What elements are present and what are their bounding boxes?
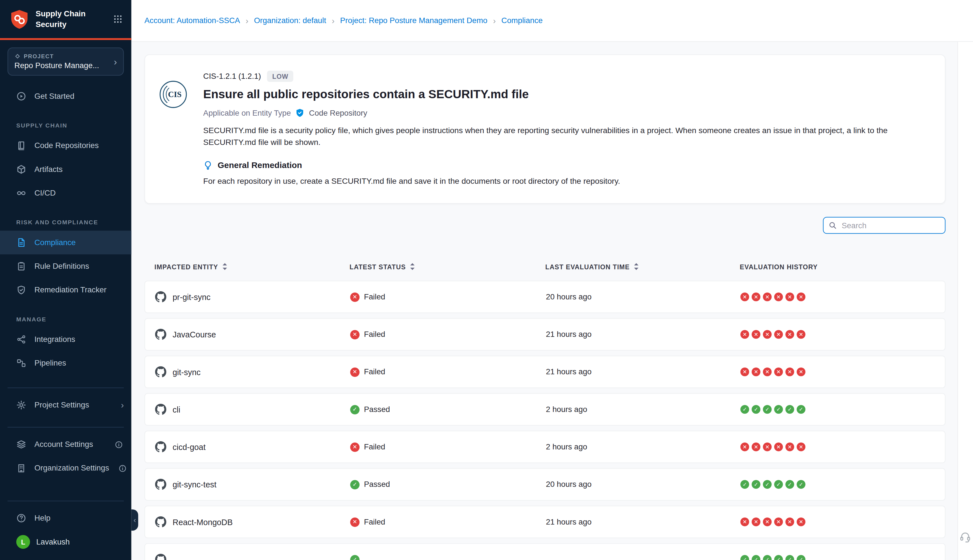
column-label: EVALUATION HISTORY: [740, 263, 818, 270]
integrations-icon: [16, 334, 27, 345]
ci-cd-icon: [16, 188, 27, 198]
remediation-tracker-icon: [16, 285, 27, 295]
evaluation-history: [741, 293, 945, 302]
status-fail-icon: [350, 330, 359, 339]
table-row[interactable]: git-sync-testPassed20 hours ago: [144, 468, 945, 501]
sidebar-item-label: Organization Settings: [34, 464, 109, 472]
sort-icon[interactable]: [410, 263, 415, 271]
project-icon: [14, 53, 20, 59]
sidebar-item-label: Account Settings: [34, 440, 93, 449]
sidebar-item-label: Help: [34, 514, 50, 523]
github-icon: [155, 441, 166, 453]
history-fail-icon: [786, 518, 794, 526]
table-row[interactable]: [144, 543, 945, 560]
table-row[interactable]: pr-git-syncFailed20 hours ago: [144, 280, 945, 313]
history-fail-icon: [763, 368, 772, 376]
github-icon: [155, 404, 166, 415]
github-icon: [155, 329, 166, 340]
sidebar-item-account-settings[interactable]: Account Settings: [0, 433, 131, 456]
evaluation-time: 2 hours ago: [546, 443, 741, 452]
history-pass-icon: [786, 405, 794, 414]
evaluation-history: [741, 555, 945, 560]
breadcrumb-separator: ›: [332, 16, 334, 25]
history-pass-icon: [774, 405, 783, 414]
entity-name: cli: [173, 405, 180, 414]
history-fail-icon: [741, 293, 749, 302]
history-fail-icon: [774, 443, 783, 452]
evaluation-time: 20 hours ago: [546, 293, 741, 302]
sidebar-item-label: Project Settings: [34, 401, 89, 410]
sidebar-item-label: CI/CD: [34, 189, 56, 198]
search-input[interactable]: [840, 220, 940, 230]
code-repositories-icon: [16, 141, 27, 151]
breadcrumb-separator: ›: [246, 16, 249, 25]
status-fail-icon: [350, 442, 359, 452]
breadcrumb-link[interactable]: Organization: default: [254, 16, 326, 25]
sidebar-item-project-settings[interactable]: Project Settings ›: [0, 393, 131, 417]
breadcrumb-link[interactable]: Project: Repo Posture Management Demo: [340, 16, 487, 25]
table-row[interactable]: cicd-goatFailed2 hours ago: [144, 431, 945, 463]
breadcrumb-separator: ›: [493, 16, 496, 25]
history-pass-icon: [797, 480, 806, 489]
breadcrumb-link[interactable]: Compliance: [501, 16, 543, 25]
history-pass-icon: [774, 555, 783, 560]
supply-chain-security-logo-icon: [9, 8, 30, 30]
app-switcher-icon[interactable]: [113, 14, 122, 23]
sidebar-item-artifacts[interactable]: Artifacts: [0, 158, 131, 181]
search-row: [144, 217, 945, 234]
sidebar-item-organization-settings[interactable]: Organization Settings: [0, 456, 131, 480]
entity-name: git-sync: [173, 367, 200, 377]
history-pass-icon: [741, 555, 749, 560]
table-row[interactable]: git-syncFailed21 hours ago: [144, 356, 945, 388]
evaluation-history: [741, 368, 945, 376]
history-fail-icon: [786, 293, 794, 302]
history-fail-icon: [774, 330, 783, 339]
column-header-impacted-entity[interactable]: IMPACTED ENTITY: [155, 263, 350, 271]
user-menu[interactable]: L Lavakush: [0, 530, 131, 553]
section-label-manage: MANAGE: [0, 316, 131, 322]
history-fail-icon: [763, 330, 772, 339]
history-fail-icon: [797, 368, 806, 376]
history-fail-icon: [774, 368, 783, 376]
history-fail-icon: [774, 518, 783, 526]
sidebar-item-rule-definitions[interactable]: Rule Definitions: [0, 254, 131, 278]
sidebar-item-code-repositories[interactable]: Code Repositories: [0, 134, 131, 157]
status-fail-icon: [350, 292, 359, 302]
history-fail-icon: [786, 368, 794, 376]
table-row[interactable]: React-MongoDBFailed21 hours ago: [144, 506, 945, 538]
evaluation-history: [741, 518, 945, 526]
sidebar-item-help[interactable]: Help: [0, 506, 131, 530]
breadcrumb-link[interactable]: Account: Automation-SSCA: [144, 16, 240, 25]
history-fail-icon: [741, 443, 749, 452]
sidebar-collapse-handle[interactable]: ‹: [131, 509, 138, 531]
sort-icon[interactable]: [222, 263, 227, 271]
sidebar-item-pipelines[interactable]: Pipelines: [0, 351, 131, 375]
headset-icon[interactable]: [959, 531, 971, 545]
entity-name: JavaCourse: [173, 330, 216, 339]
project-selector[interactable]: PROJECT Repo Posture Manage... ›: [8, 48, 124, 76]
sidebar-item-get-started[interactable]: Get Started: [0, 84, 131, 108]
sidebar-item-compliance[interactable]: Compliance: [0, 231, 131, 254]
info-icon: [117, 464, 127, 472]
column-header-latest-status[interactable]: LATEST STATUS: [350, 263, 545, 271]
cis-logo: CIS: [159, 80, 187, 111]
table-header: IMPACTED ENTITYLATEST STATUSLAST EVALUAT…: [144, 263, 945, 280]
column-label: LAST EVALUATION TIME: [545, 263, 630, 270]
table-row[interactable]: JavaCourseFailed21 hours ago: [144, 318, 945, 351]
get-started-icon: [16, 91, 27, 101]
history-pass-icon: [763, 480, 772, 489]
status-label: Failed: [364, 293, 386, 302]
sidebar-item-label: Get Started: [34, 92, 74, 101]
history-fail-icon: [763, 443, 772, 452]
table-row[interactable]: cliPassed2 hours ago: [144, 393, 945, 425]
sidebar-item-remediation-tracker[interactable]: Remediation Tracker: [0, 278, 131, 302]
status-label: Passed: [364, 480, 390, 489]
history-fail-icon: [752, 330, 761, 339]
sort-icon[interactable]: [633, 263, 639, 271]
sidebar-item-label: Compliance: [34, 238, 76, 247]
sidebar-item-integrations[interactable]: Integrations: [0, 328, 131, 351]
sidebar-item-ci-cd[interactable]: CI/CD: [0, 181, 131, 205]
search-box[interactable]: [823, 217, 945, 234]
column-header-last-evaluation-time[interactable]: LAST EVALUATION TIME: [545, 263, 740, 271]
github-icon: [155, 517, 166, 528]
